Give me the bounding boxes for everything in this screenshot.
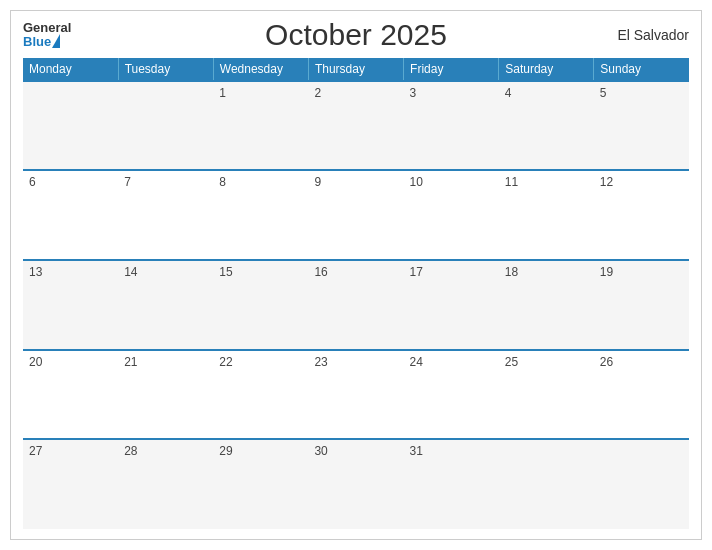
table-row: 6789101112 [23, 170, 689, 260]
calendar-cell: 29 [213, 439, 308, 529]
day-number: 20 [29, 355, 42, 369]
header-monday: Monday [23, 58, 118, 81]
day-number: 19 [600, 265, 613, 279]
calendar-cell: 7 [118, 170, 213, 260]
calendar-cell: 18 [499, 260, 594, 350]
day-number: 15 [219, 265, 232, 279]
calendar-cell: 20 [23, 350, 118, 440]
table-row: 2728293031 [23, 439, 689, 529]
day-number: 9 [314, 175, 321, 189]
calendar-cell: 26 [594, 350, 689, 440]
day-number: 28 [124, 444, 137, 458]
day-number: 4 [505, 86, 512, 100]
calendar-cell: 28 [118, 439, 213, 529]
calendar-cell: 22 [213, 350, 308, 440]
header-friday: Friday [404, 58, 499, 81]
calendar-cell: 13 [23, 260, 118, 350]
logo-blue-text: Blue [23, 35, 51, 49]
header-thursday: Thursday [308, 58, 403, 81]
country-label: El Salvador [617, 27, 689, 43]
calendar-table: Monday Tuesday Wednesday Thursday Friday… [23, 58, 689, 529]
calendar-cell [594, 439, 689, 529]
calendar-cell: 10 [404, 170, 499, 260]
calendar-cell: 2 [308, 81, 403, 171]
day-number: 5 [600, 86, 607, 100]
calendar-cell: 8 [213, 170, 308, 260]
calendar-cell: 4 [499, 81, 594, 171]
calendar-cell: 3 [404, 81, 499, 171]
day-number: 1 [219, 86, 226, 100]
weekday-header-row: Monday Tuesday Wednesday Thursday Friday… [23, 58, 689, 81]
day-number: 13 [29, 265, 42, 279]
logo-general-text: General [23, 21, 71, 35]
calendar-cell: 21 [118, 350, 213, 440]
calendar-cell: 19 [594, 260, 689, 350]
day-number: 12 [600, 175, 613, 189]
day-number: 22 [219, 355, 232, 369]
day-number: 31 [410, 444, 423, 458]
calendar-cell: 23 [308, 350, 403, 440]
calendar-cell: 6 [23, 170, 118, 260]
day-number: 2 [314, 86, 321, 100]
day-number: 3 [410, 86, 417, 100]
logo-triangle-icon [52, 34, 60, 48]
day-number: 18 [505, 265, 518, 279]
day-number: 29 [219, 444, 232, 458]
day-number: 27 [29, 444, 42, 458]
day-number: 23 [314, 355, 327, 369]
calendar-header: General Blue October 2025 El Salvador [23, 21, 689, 50]
day-number: 6 [29, 175, 36, 189]
day-number: 16 [314, 265, 327, 279]
day-number: 25 [505, 355, 518, 369]
calendar-cell: 9 [308, 170, 403, 260]
calendar-cell [118, 81, 213, 171]
table-row: 12345 [23, 81, 689, 171]
day-number: 7 [124, 175, 131, 189]
day-number: 11 [505, 175, 518, 189]
header-tuesday: Tuesday [118, 58, 213, 81]
day-number: 26 [600, 355, 613, 369]
calendar-cell: 5 [594, 81, 689, 171]
day-number: 10 [410, 175, 423, 189]
calendar-cell: 1 [213, 81, 308, 171]
day-number: 8 [219, 175, 226, 189]
calendar-cell: 11 [499, 170, 594, 260]
calendar-cell: 31 [404, 439, 499, 529]
logo: General Blue [23, 21, 71, 50]
header-wednesday: Wednesday [213, 58, 308, 81]
day-number: 14 [124, 265, 137, 279]
calendar-cell: 25 [499, 350, 594, 440]
calendar-cell: 15 [213, 260, 308, 350]
calendar-cell: 27 [23, 439, 118, 529]
day-number: 21 [124, 355, 137, 369]
calendar-cell [499, 439, 594, 529]
month-title: October 2025 [265, 18, 447, 52]
header-saturday: Saturday [499, 58, 594, 81]
table-row: 13141516171819 [23, 260, 689, 350]
calendar-cell [23, 81, 118, 171]
calendar-cell: 30 [308, 439, 403, 529]
calendar-wrapper: General Blue October 2025 El Salvador Mo… [10, 10, 702, 540]
table-row: 20212223242526 [23, 350, 689, 440]
day-number: 17 [410, 265, 423, 279]
calendar-cell: 24 [404, 350, 499, 440]
calendar-cell: 17 [404, 260, 499, 350]
day-number: 24 [410, 355, 423, 369]
header-sunday: Sunday [594, 58, 689, 81]
calendar-cell: 16 [308, 260, 403, 350]
calendar-cell: 12 [594, 170, 689, 260]
calendar-cell: 14 [118, 260, 213, 350]
day-number: 30 [314, 444, 327, 458]
